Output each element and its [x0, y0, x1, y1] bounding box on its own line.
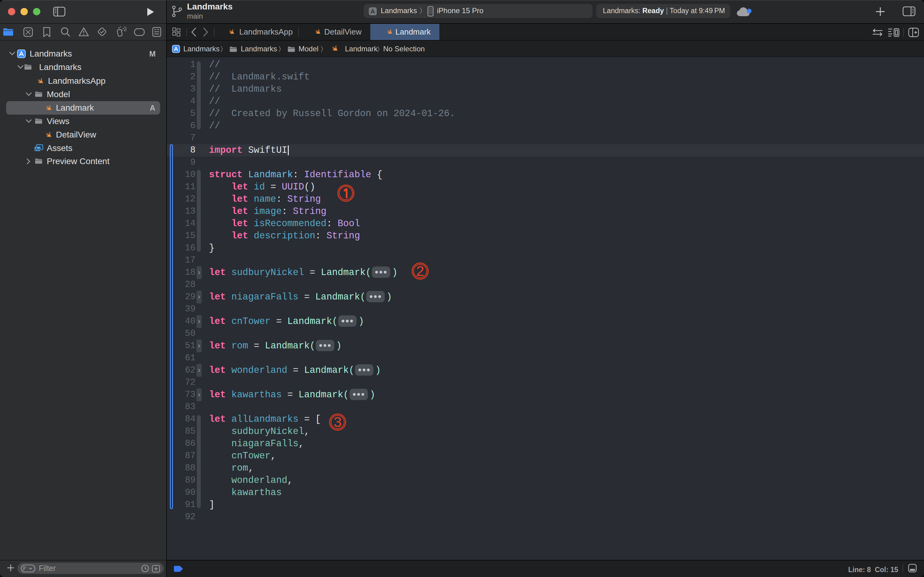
svg-text:3: 3: [334, 414, 341, 430]
svg-text:2: 2: [416, 263, 424, 279]
